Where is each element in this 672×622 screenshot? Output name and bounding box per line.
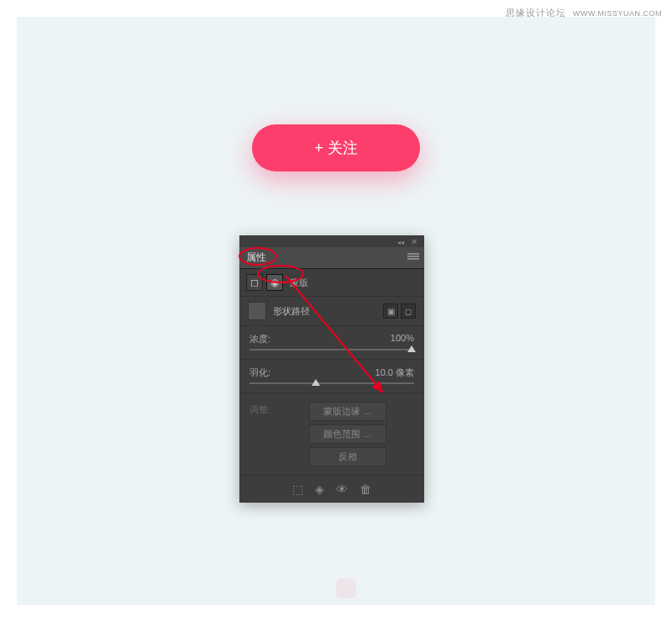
apply-mask-icon[interactable]: ◈ [315, 482, 324, 496]
adjust-row: 调整: 蒙版边缘 ... 颜色范围 ... 反相 [239, 393, 424, 475]
mask-mode-row: ◻ ◉ 蒙版 [239, 269, 424, 296]
close-icon[interactable]: ✕ [411, 237, 417, 246]
visibility-icon[interactable]: 👁 [336, 482, 348, 496]
shape-path-label: 形状路径 [273, 305, 310, 318]
bounds-icon[interactable]: ◻ [246, 274, 263, 291]
adjust-label: 调整: [249, 402, 270, 466]
shape-thumbnail [248, 302, 266, 320]
invert-button[interactable]: 反相 [309, 447, 386, 466]
follow-button-label: + 关注 [314, 138, 358, 158]
feather-slider-thumb[interactable] [312, 379, 320, 386]
feather-label: 羽化: [249, 366, 270, 379]
density-slider-thumb[interactable] [407, 345, 416, 352]
shape-path-row: 形状路径 ▣ ◻ [239, 296, 424, 325]
vector-mask-icon[interactable]: ◻ [401, 303, 416, 319]
mask-label: 蒙版 [290, 277, 308, 289]
properties-panel: ◂◂ ✕ 属性 ◻ ◉ 蒙版 形状路径 ▣ ◻ 浓度: 100% [239, 235, 424, 503]
panel-tab-label: 属性 [246, 251, 266, 263]
panel-menu-icon[interactable] [407, 252, 419, 261]
panel-tab[interactable]: 属性 [239, 247, 424, 269]
density-value: 100% [391, 333, 414, 345]
color-range-button[interactable]: 颜色范围 ... [309, 424, 386, 444]
density-label: 浓度: [249, 333, 270, 345]
feather-slider[interactable] [249, 382, 414, 384]
density-row: 浓度: 100% [239, 325, 424, 359]
mask-edge-button[interactable]: 蒙版边缘 ... [309, 402, 386, 421]
delete-icon[interactable]: 🗑 [360, 482, 371, 496]
feather-value: 10.0 像素 [375, 366, 414, 379]
density-slider[interactable] [249, 349, 414, 351]
shadow-preview [336, 578, 356, 598]
panel-header: ◂◂ ✕ [239, 235, 424, 247]
load-selection-icon[interactable]: ⬚ [292, 482, 303, 496]
mask-icon[interactable]: ◉ [266, 274, 283, 291]
feather-row: 羽化: 10.0 像素 [239, 359, 424, 393]
pixel-mask-icon[interactable]: ▣ [383, 303, 398, 319]
follow-button[interactable]: + 关注 [252, 124, 420, 171]
panel-footer: ⬚ ◈ 👁 🗑 [239, 475, 424, 503]
collapse-icon[interactable]: ◂◂ [397, 239, 404, 246]
